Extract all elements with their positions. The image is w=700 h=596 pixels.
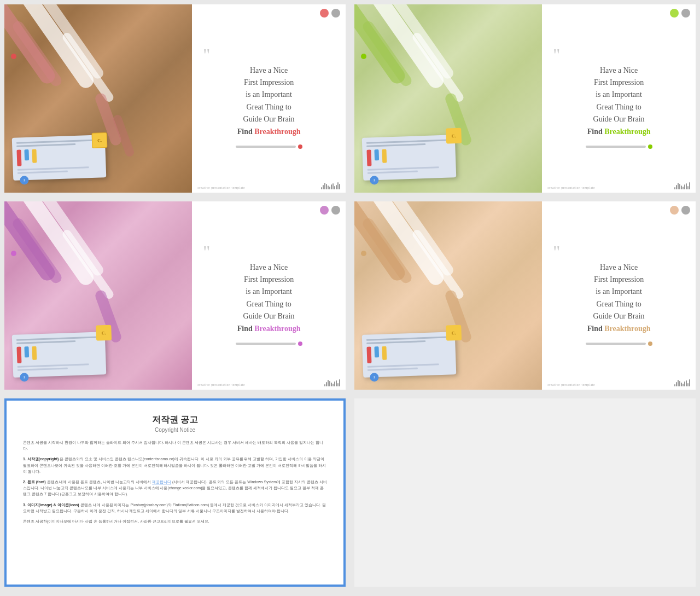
bar: [334, 186, 335, 189]
brand-label: creative presentation template: [197, 186, 245, 189]
section-3-text: 3. 이미지(image) & 아이콘(icon) 콘텐츠 내에 사용된 이미지…: [23, 502, 327, 514]
copyright-slide: 저작권 공고 Copyright Notice 콘텐츠 세공을 시작하시 환경이…: [0, 394, 350, 591]
copyright-section-2: 2. 폰트 (font) 콘텐츠 내에 사용된 폰트 콘텐츠, 나이번 나눔고딕…: [23, 479, 327, 497]
slide-4-content: " Have a Nice First Impression is an Imp…: [542, 201, 696, 390]
doc-line: [16, 139, 101, 143]
progress-bar: [236, 343, 296, 345]
bar: [674, 384, 675, 386]
bar: [678, 183, 679, 189]
document-overlay: C. 2: [362, 332, 457, 378]
progress-dot: [298, 144, 302, 149]
progress-dot: [648, 144, 652, 149]
bar: [681, 186, 682, 189]
doc-bar: [366, 346, 371, 363]
doc-line: [18, 170, 68, 173]
slide-1-container: C. 2 ": [4, 4, 346, 193]
copyright-subtitle: Copyright Notice: [23, 427, 327, 433]
bar: [332, 183, 334, 189]
text-line-6: Find Breakthrough: [587, 126, 651, 138]
slide-3-text: Have a Nice First Impression is an Impor…: [237, 262, 301, 335]
bar: [682, 187, 684, 189]
doc-line: [368, 170, 418, 173]
bar: [326, 184, 327, 189]
doc-bar: [374, 149, 379, 160]
doc-bar: [16, 149, 21, 166]
bar: [686, 380, 687, 386]
copyright-footer: 콘텐츠 세공한(이미지나모에 다시다 사업 손 능롱하시거나 이점런서, 사라한…: [23, 518, 327, 524]
slide-1-branding: creative presentation template: [192, 180, 346, 189]
bar: [676, 185, 677, 189]
bar: [689, 379, 690, 386]
circle-1: [320, 206, 329, 215]
bar: [681, 383, 682, 386]
bar: [331, 383, 332, 386]
bar: [684, 381, 685, 386]
doc-badge: C.: [91, 132, 107, 148]
copyright-section-1: 1. 서작권(copyright) 은 콘텐츠와의 요소 및 서비스인 콘텐츠 …: [23, 456, 327, 475]
doc-bars: [16, 147, 101, 166]
circle-1: [670, 9, 679, 18]
copyright-content: 저작권 공고 Copyright Notice 콘텐츠 세공을 시작하시 환경이…: [4, 398, 346, 587]
progress-bar-area: [203, 342, 335, 346]
slide-2-image: C. 2: [354, 4, 542, 193]
bar: [331, 184, 332, 189]
copyright-section-3: 3. 이미지(image) & 아이콘(icon) 콘텐츠 내에 사용된 이미지…: [23, 502, 327, 514]
image-dot: [361, 54, 366, 59]
doc-bar: [24, 346, 29, 357]
progress-bar-area: [203, 144, 335, 149]
doc-line: [368, 166, 439, 171]
progress-bar: [586, 146, 646, 148]
progress-bar-area: [553, 342, 685, 346]
bar: [676, 382, 677, 386]
circle-1: [670, 206, 679, 215]
text-line-2: First Impression: [587, 77, 651, 89]
bar: [329, 381, 330, 386]
progress-bar: [236, 146, 296, 148]
section-title: 1. 서작권(copyright): [23, 457, 59, 461]
copyright-title: 저작권 공고: [23, 414, 327, 426]
doc-bar: [32, 149, 37, 163]
doc-bars: [366, 147, 451, 166]
slide-3-branding: creative presentation template: [192, 377, 346, 386]
doc-bars: [16, 344, 101, 363]
brand-label: creative presentation template: [197, 383, 245, 386]
text-line-3: is an Important: [237, 286, 301, 298]
slide-3-image: C. 2: [4, 201, 192, 390]
bar: [339, 184, 340, 189]
quote-mark: ": [553, 245, 560, 259]
document-overlay: C. 2: [12, 332, 107, 378]
slide-2: C. 2 " Have a Nice First Im: [350, 0, 700, 197]
bar: [334, 381, 335, 386]
bar: [682, 384, 684, 386]
doc-badge: C.: [446, 128, 462, 144]
seesamo-icon: [324, 377, 340, 386]
slide-1-circles: [320, 9, 340, 18]
slide-3-circles: [320, 206, 340, 215]
doc-bar: [16, 346, 21, 363]
bar: [324, 183, 325, 189]
text-line-3: is an Important: [587, 89, 651, 101]
bar: [679, 184, 680, 189]
seesamo-icon: [321, 180, 340, 189]
doc-badge: C.: [96, 325, 112, 341]
bar: [326, 382, 327, 386]
image-dot: [361, 251, 366, 256]
circle-1: [320, 9, 329, 18]
text-line-5: Guide Our Brain: [587, 113, 651, 125]
bar: [332, 384, 334, 386]
doc-line: [366, 336, 451, 340]
circle-2: [681, 9, 690, 18]
slide-1-content: " Have a Nice First Impression is an Imp…: [192, 4, 346, 193]
circle-2: [331, 206, 340, 215]
section-1-text: 1. 서작권(copyright) 은 콘텐츠와의 요소 및 서비스인 콘텐츠 …: [23, 456, 327, 475]
section-2-text: 2. 폰트 (font) 콘텐츠 내에 사용된 폰트 콘텐츠, 나이번 나눔고딕…: [23, 479, 327, 497]
slide-2-content: " Have a Nice First Impression is an Imp…: [542, 4, 696, 193]
bar: [689, 182, 690, 189]
slide-4-container: C. 2 " Have a Nice First Im: [354, 201, 696, 390]
doc-line: [16, 336, 101, 340]
text-line-6: Find Breakthrough: [587, 323, 651, 335]
doc-line: [366, 143, 425, 147]
doc-bar: [382, 346, 387, 360]
slide-1-image: C. 2: [4, 4, 192, 193]
slide-4-circles: [670, 206, 690, 215]
